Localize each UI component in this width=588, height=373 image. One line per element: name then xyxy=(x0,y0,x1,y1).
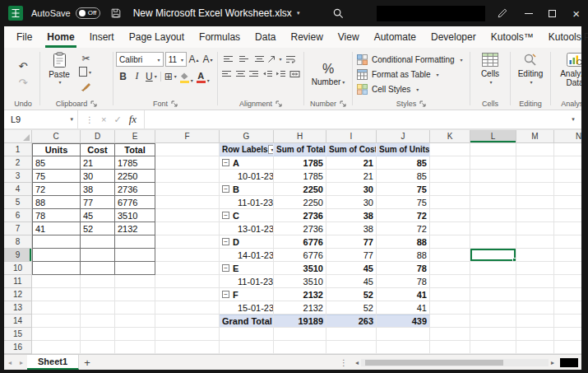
orientation-button[interactable]: ▾ xyxy=(267,53,282,65)
cell-L14[interactable] xyxy=(470,315,516,328)
cell-M9[interactable] xyxy=(516,249,554,262)
cell-C9[interactable] xyxy=(32,249,81,262)
cell-I12[interactable]: 52 xyxy=(326,288,377,301)
cell-I11[interactable]: 45 xyxy=(326,275,377,288)
cell-J8[interactable]: 88 xyxy=(377,235,430,249)
cell-K7[interactable] xyxy=(430,222,470,235)
cell-J16[interactable] xyxy=(377,341,430,354)
cell-F8[interactable] xyxy=(155,235,220,249)
cell-D8[interactable] xyxy=(81,235,115,249)
cell-H10[interactable]: 3510 xyxy=(274,262,326,275)
fill-color-button[interactable]: ▾ xyxy=(178,69,195,83)
row-header-3[interactable]: 3 xyxy=(4,170,32,183)
cell-N13[interactable] xyxy=(554,301,581,315)
cell-C7[interactable]: 41 xyxy=(32,222,81,235)
cell-F1[interactable] xyxy=(155,143,220,156)
cell-L9[interactable] xyxy=(470,249,516,262)
cell-G11[interactable]: 11-01-23 xyxy=(220,275,274,288)
cell-F13[interactable] xyxy=(155,301,220,315)
cell-C4[interactable]: 72 xyxy=(32,183,81,196)
cell-H9[interactable]: 6776 xyxy=(274,249,326,262)
cell-G8[interactable]: −D xyxy=(220,235,274,249)
cell-M6[interactable] xyxy=(516,209,554,222)
cell-I7[interactable]: 38 xyxy=(326,222,377,235)
cell-K14[interactable] xyxy=(430,315,470,328)
horizontal-scrollbar[interactable] xyxy=(361,359,549,366)
cell-G3[interactable]: 10-01-23 xyxy=(220,170,274,183)
font-name-select[interactable]: Calibri▾ xyxy=(116,52,164,67)
cell-M12[interactable] xyxy=(516,288,554,301)
formula-input[interactable] xyxy=(145,110,565,128)
row-header-13[interactable]: 13 xyxy=(4,301,32,315)
cell-C11[interactable] xyxy=(32,275,81,288)
row-labels-filter-button[interactable]: ▾ xyxy=(268,145,274,154)
column-header-D[interactable]: D xyxy=(81,130,115,143)
cell-C12[interactable] xyxy=(32,288,81,301)
cell-C5[interactable]: 88 xyxy=(32,196,81,209)
cell-I10[interactable]: 45 xyxy=(326,262,377,275)
cell-H15[interactable] xyxy=(274,328,326,341)
cell-N11[interactable] xyxy=(554,275,581,288)
column-header-M[interactable]: M xyxy=(516,130,554,143)
cell-E15[interactable] xyxy=(115,328,155,341)
cell-M10[interactable] xyxy=(516,262,554,275)
cell-G5[interactable]: 11-01-23 xyxy=(220,196,274,209)
cell-D2[interactable]: 21 xyxy=(81,156,115,170)
cell-I8[interactable]: 77 xyxy=(326,235,377,249)
cell-E14[interactable] xyxy=(115,315,155,328)
cell-C16[interactable] xyxy=(32,341,81,354)
alignment-dialog-launcher[interactable] xyxy=(275,100,282,107)
cell-J13[interactable]: 41 xyxy=(377,301,430,315)
cell-I1[interactable]: Sum of Cost xyxy=(326,143,377,156)
ribbon-tab-kutools-plus[interactable]: Kutools Plus xyxy=(541,26,588,48)
collapse-button[interactable]: − xyxy=(222,212,229,219)
cell-K5[interactable] xyxy=(430,196,470,209)
cell-J2[interactable]: 85 xyxy=(377,156,430,170)
cell-N1[interactable] xyxy=(554,143,581,156)
cell-G6[interactable]: −C xyxy=(220,209,274,222)
scrollbar-thumb[interactable] xyxy=(365,360,503,366)
cell-M11[interactable] xyxy=(516,275,554,288)
save-icon[interactable] xyxy=(110,7,122,19)
cell-N12[interactable] xyxy=(554,288,581,301)
row-header-8[interactable]: 8 xyxy=(4,235,32,249)
cell-H11[interactable]: 3510 xyxy=(274,275,326,288)
cell-J6[interactable]: 72 xyxy=(377,209,430,222)
cell-F14[interactable] xyxy=(155,315,220,328)
cell-J9[interactable]: 88 xyxy=(377,249,430,262)
collapse-button[interactable]: − xyxy=(222,291,229,298)
sheet-tab-sheet1[interactable]: Sheet1 xyxy=(27,355,79,370)
cell-M13[interactable] xyxy=(516,301,554,315)
cell-M5[interactable] xyxy=(516,196,554,209)
cell-D12[interactable] xyxy=(81,288,115,301)
column-header-I[interactable]: I xyxy=(326,130,377,143)
cell-K12[interactable] xyxy=(430,288,470,301)
cell-N3[interactable] xyxy=(554,170,581,183)
cell-H6[interactable]: 2736 xyxy=(274,209,326,222)
insert-function-button[interactable]: fx xyxy=(129,113,137,126)
cell-C3[interactable]: 75 xyxy=(32,170,81,183)
cell-D1[interactable]: Cost xyxy=(81,143,115,156)
cell-F7[interactable] xyxy=(155,222,220,235)
cell-H8[interactable]: 6776 xyxy=(274,235,326,249)
collapse-button[interactable]: − xyxy=(222,238,229,245)
cell-L4[interactable] xyxy=(470,183,516,196)
cell-M1[interactable] xyxy=(516,143,554,156)
cell-M15[interactable] xyxy=(516,328,554,341)
cell-J7[interactable]: 72 xyxy=(377,222,430,235)
editing-button[interactable]: Editing ▾ xyxy=(513,50,548,98)
row-header-1[interactable]: 1 xyxy=(4,143,32,156)
cell-G15[interactable] xyxy=(220,328,274,341)
column-header-C[interactable]: C xyxy=(32,130,81,143)
cell-K16[interactable] xyxy=(430,341,470,354)
merge-center-button[interactable] xyxy=(289,68,302,80)
decrease-indent-button[interactable] xyxy=(262,68,275,80)
cell-F4[interactable] xyxy=(155,183,220,196)
cell-D13[interactable] xyxy=(81,301,115,315)
cell-K2[interactable] xyxy=(430,156,470,170)
ribbon-tab-page-layout[interactable]: Page Layout xyxy=(122,26,192,48)
cell-D4[interactable]: 38 xyxy=(81,183,115,196)
cell-D11[interactable] xyxy=(81,275,115,288)
scroll-left-icon[interactable]: ◂ xyxy=(353,359,361,366)
row-header-7[interactable]: 7 xyxy=(4,222,32,235)
